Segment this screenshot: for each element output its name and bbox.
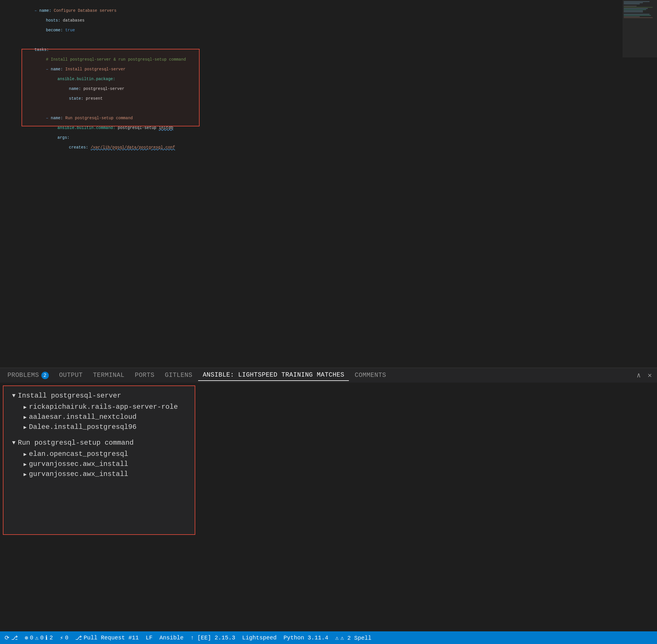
tree-item-awx2-label: gurvanjossec.awx_install [29,470,128,478]
wifi-icon: ⚡ [60,634,63,641]
code-line-12: – name: Run postgresql-setup command [17,113,657,123]
panel-close-button[interactable]: ✕ [646,370,654,381]
code-line-3: become: true [17,25,657,35]
code-line-15: creates: /var/lib/pgsql/data/postgresql.… [17,142,657,152]
matches-panel: ▼ Install postgresql-server ▶ rickapicha… [3,386,195,535]
panel-actions: ∧ ✕ [634,370,654,381]
error-icon: ⊗ [25,634,28,641]
tab-problems-label: PROBLEMS [7,372,39,379]
warning-icon: ⚠ [35,634,39,641]
spell-label: ⚠ 2 Spell [340,634,371,641]
problems-badge: 2 [41,372,49,379]
tab-comments-label: COMMENTS [355,372,386,379]
code-line-6: # Install postgresql-server & run postgr… [17,54,657,64]
tree-section-run-title: Run postgresql-setup command [18,439,134,447]
tab-output-label: OUTPUT [59,372,83,379]
tree-item-postgresql96-arrow: ▶ [24,424,27,430]
tree-section-install-arrow: ▼ [12,392,16,399]
tree-section-run-arrow: ▼ [12,439,16,446]
code-line-7: – name: Install postgresql-server [17,64,657,74]
tree-item-rails-label: rickapichairuk.rails-app-server-role [29,403,178,411]
status-errors[interactable]: ⊗ 0 ⚠ 0 ℹ 2 [25,634,53,641]
tree-item-opencast[interactable]: ▶ elan.opencast_postgresql [12,449,186,459]
code-line-14: args: [17,133,657,142]
code-line-10: state: present [17,94,657,104]
sync-icon: ⟳ [5,634,9,641]
code-line-1: – name: Configure Database servers [17,6,657,16]
status-pullrequest[interactable]: ⎇ Pull Request #11 [75,634,139,641]
status-lightspeed[interactable]: Lightspeed [242,635,277,641]
status-wifi[interactable]: ⚡ 0 [60,634,68,641]
code-line-9: name: postgresql-server [17,84,657,94]
code-line-13: ansible.builtin.command: postgresql-setu… [17,123,657,133]
tab-gitlens-label: GITLENS [165,372,192,379]
tree-item-rails[interactable]: ▶ rickapichairuk.rails-app-server-role [12,402,186,412]
info-icon: ℹ [45,634,48,641]
tab-problems[interactable]: PROBLEMS 2 [3,370,53,381]
tree-section-install-header[interactable]: ▼ Install postgresql-server [12,392,186,399]
spell-icon: ⚠ [335,634,338,641]
tab-output[interactable]: OUTPUT [54,370,87,381]
tree-section-install: ▼ Install postgresql-server ▶ rickapicha… [12,392,186,432]
tree-item-awx1[interactable]: ▶ gurvanjossec.awx_install [12,459,186,469]
tab-ports-label: PORTS [135,372,155,379]
tree-item-awx2[interactable]: ▶ gurvanjossec.awx_install [12,469,186,479]
tab-ports[interactable]: PORTS [130,370,159,381]
tab-gitlens[interactable]: GITLENS [160,370,197,381]
status-extension[interactable]: ↑ [EE] 2.15.3 [190,635,235,641]
encoding-label: LF [146,635,152,641]
language-label: Ansible [159,635,184,641]
panel-tabs: PROBLEMS 2 OUTPUT TERMINAL PORTS GITLENS… [0,368,657,383]
tab-terminal-label: TERMINAL [93,372,125,379]
code-line-8: ansible.builtin.package: [17,74,657,84]
tree-item-postgresql96[interactable]: ▶ Dalee.install_postgresql96 [12,422,186,432]
code-line-2: hosts: databases [17,16,657,25]
status-bar: ⟳ ⎇ ⊗ 0 ⚠ 0 ℹ 2 ⚡ 0 ⎇ Pull Request #11 L… [0,631,657,644]
branch-icon: ⎇ [11,634,18,641]
warning-count: 0 [40,635,44,641]
code-line-11 [17,104,657,113]
code-line-4 [17,35,657,45]
tree-item-nextcloud-label: aalaesar.install_nextcloud [29,413,136,421]
status-spell[interactable]: ⚠ ⚠ 2 Spell [335,634,371,641]
panel-content: ▼ Install postgresql-server ▶ rickapicha… [0,383,657,544]
tree-item-nextcloud[interactable]: ▶ aalaesar.install_nextcloud [12,412,186,422]
panel-minimize-button[interactable]: ∧ [634,370,643,381]
tree-item-awx1-arrow: ▶ [24,461,27,467]
pullrequest-icon: ⎇ [75,634,82,641]
tree-section-install-title: Install postgresql-server [18,392,121,399]
tree-item-postgresql96-label: Dalee.install_postgresql96 [29,423,136,431]
tab-ansible-matches[interactable]: ANSIBLE: LIGHTSPEED TRAINING MATCHES [198,370,349,381]
tree-item-awx1-label: gurvanjossec.awx_install [29,460,128,468]
extension-label: ↑ [EE] 2.15.3 [190,635,235,641]
error-count: 0 [30,635,33,641]
tab-ansible-matches-label: ANSIBLE: LIGHTSPEED TRAINING MATCHES [203,371,344,378]
tree-item-opencast-arrow: ▶ [24,451,27,457]
tree-item-opencast-label: elan.opencast_postgresql [29,450,128,458]
info-count: 2 [49,635,53,641]
tree-section-run-header[interactable]: ▼ Run postgresql-setup command [12,439,186,447]
pullrequest-label: Pull Request #11 [84,635,139,641]
wifi-count: 0 [65,635,68,641]
code-line-5: tasks: [17,45,657,54]
python-label: Python 3.11.4 [283,635,328,641]
editor-area: – name: Configure Database servers hosts… [0,0,657,368]
tree-item-rails-arrow: ▶ [24,404,27,410]
minimap [623,0,657,58]
tab-terminal[interactable]: TERMINAL [89,370,129,381]
status-encoding[interactable]: LF [146,635,152,641]
lightspeed-label: Lightspeed [242,635,277,641]
status-sync[interactable]: ⟳ ⎇ [5,634,18,641]
status-language[interactable]: Ansible [159,635,184,641]
tab-comments[interactable]: COMMENTS [350,370,391,381]
tree-section-run: ▼ Run postgresql-setup command ▶ elan.op… [12,439,186,479]
tree-item-nextcloud-arrow: ▶ [24,414,27,420]
tree-item-awx2-arrow: ▶ [24,471,27,477]
status-python[interactable]: Python 3.11.4 [283,635,328,641]
